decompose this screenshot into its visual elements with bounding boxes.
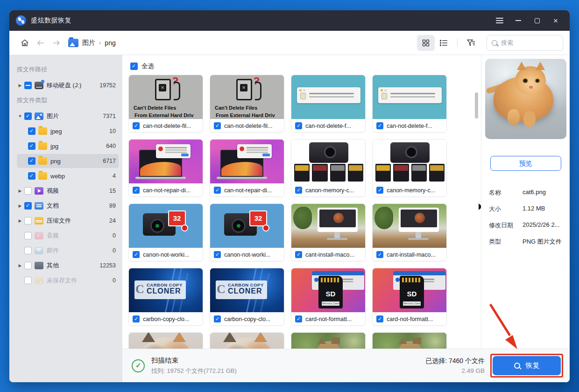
menu-button[interactable] — [490, 13, 509, 28]
minimize-button[interactable] — [509, 13, 528, 28]
file-checkbox[interactable] — [214, 187, 221, 194]
sidebar-item-archives[interactable]: ▶ 压缩文件 24 — [17, 214, 119, 228]
file-card[interactable]: can-not-repair-di... — [210, 139, 284, 197]
file-checkbox[interactable] — [133, 187, 140, 194]
file-card[interactable]: cant-install-maco... — [372, 203, 447, 261]
expand-icon[interactable]: ▶ — [17, 189, 23, 193]
file-checkbox[interactable] — [133, 122, 140, 129]
checkbox-videos[interactable] — [24, 187, 32, 195]
file-thumbnail — [373, 333, 446, 349]
sidebar-item-unsaved[interactable]: ▶ 未保存文件 0 — [17, 273, 119, 287]
item-count: 10 — [109, 128, 116, 134]
file-checkbox[interactable] — [133, 315, 140, 322]
item-count: 19752 — [99, 82, 116, 89]
back-arrow-icon — [36, 40, 45, 46]
sidebar-item-images[interactable]: ▼ 图片 7371 — [17, 109, 119, 123]
checkbox-jpg[interactable] — [28, 142, 35, 150]
expand-icon[interactable]: ▶ — [17, 218, 23, 223]
file-card[interactable]: canon-memory-c... — [291, 139, 366, 197]
checkbox-png[interactable] — [28, 157, 35, 165]
back-button[interactable] — [34, 36, 48, 50]
app-window: 盛炫数据恢复 × 图片 › png — [9, 10, 570, 382]
home-button[interactable] — [18, 36, 32, 50]
file-checkbox[interactable] — [376, 187, 383, 194]
sidebar-item-jpeg[interactable]: jpeg 10 — [17, 124, 119, 138]
file-card[interactable]: cant-install-maco... — [291, 203, 366, 261]
file-card[interactable]: SDMemory Card card-not-formatt... — [291, 268, 366, 326]
file-card[interactable]: ?Can't Delete FilesFrom External Hard Dr… — [128, 75, 203, 133]
filter-icon — [467, 39, 475, 47]
sidebar-item-jpg[interactable]: jpg 640 — [17, 139, 119, 153]
file-card[interactable] — [128, 332, 203, 349]
checkbox-unsaved[interactable] — [24, 277, 32, 284]
panel-collapse-arrow-icon[interactable] — [479, 203, 481, 210]
file-checkbox[interactable] — [295, 315, 302, 322]
file-card[interactable]: can-not-delete-f... — [372, 75, 447, 133]
checkbox-archives[interactable] — [24, 217, 32, 224]
collapse-icon[interactable]: ▼ — [17, 114, 23, 119]
filter-button[interactable] — [462, 35, 480, 51]
file-checkbox[interactable] — [133, 251, 140, 258]
grid-view-button[interactable] — [417, 35, 435, 51]
forward-button[interactable] — [49, 36, 64, 50]
checkbox-audio[interactable] — [24, 232, 32, 239]
file-checkbox[interactable] — [376, 122, 383, 129]
file-card[interactable]: 32 canon-not-worki... — [128, 203, 203, 261]
sidebar-item-removable-disk[interactable]: ▶ 移动硬盘 (J:) 19752 — [17, 78, 119, 92]
sidebar-item-png[interactable]: png 6717 — [17, 154, 119, 168]
file-card[interactable]: can-not-delete-f... — [291, 75, 366, 133]
file-card[interactable]: ?Can't Delete FilesFrom External Hard Dr… — [210, 75, 284, 133]
file-checkbox[interactable] — [376, 251, 383, 258]
file-thumbnail: ?Can't Delete FilesFrom External Hard Dr… — [210, 75, 284, 119]
expand-icon[interactable]: ▶ — [17, 263, 23, 268]
sidebar: 按文件路径 ▶ 移动硬盘 (J:) 19752 按文件类型 ▼ 图片 7371 … — [9, 55, 122, 382]
sidebar-item-documents[interactable]: ▶ 文档 89 — [17, 199, 119, 213]
checkbox-webp[interactable] — [28, 172, 35, 180]
scan-status-detail: 找到: 19752 个文件(772.21 GB) — [151, 367, 237, 375]
sidebar-item-others[interactable]: ▶ 其他 12253 — [17, 259, 119, 273]
item-count: 15 — [109, 188, 116, 194]
checkbox-jpeg[interactable] — [28, 127, 35, 135]
file-card[interactable] — [372, 332, 447, 349]
file-checkbox[interactable] — [295, 251, 302, 258]
checkbox-documents[interactable] — [24, 202, 32, 210]
file-thumbnail — [291, 140, 365, 183]
list-view-button[interactable] — [435, 35, 452, 51]
sidebar-item-audio[interactable]: ▶ 音频 0 — [17, 229, 119, 243]
file-checkbox[interactable] — [214, 122, 221, 129]
close-button[interactable]: × — [546, 13, 565, 28]
file-checkbox[interactable] — [295, 122, 302, 129]
preview-button[interactable]: 预览 — [490, 156, 561, 171]
maximize-button[interactable] — [528, 13, 546, 28]
file-card[interactable] — [210, 332, 284, 349]
search-input[interactable]: 搜索 — [487, 35, 563, 51]
file-thumbnail — [291, 333, 365, 349]
file-card[interactable]: canon-memory-c... — [372, 139, 447, 197]
recover-button[interactable]: 恢复 — [493, 356, 561, 375]
expand-icon[interactable]: ▶ — [17, 203, 23, 208]
expand-icon[interactable]: ▶ — [17, 83, 23, 88]
scrollbar-thumb[interactable] — [475, 92, 478, 119]
sidebar-item-mail[interactable]: ▶ 邮件 0 — [17, 244, 119, 258]
checkbox-removable-disk[interactable] — [24, 82, 32, 89]
preview-image[interactable] — [485, 59, 566, 139]
file-checkbox[interactable] — [214, 251, 221, 258]
select-all-checkbox[interactable] — [130, 63, 138, 70]
file-checkbox[interactable] — [214, 315, 221, 322]
file-card[interactable]: can-not-repair-di... — [128, 139, 203, 197]
file-card[interactable] — [291, 332, 366, 349]
file-checkbox[interactable] — [376, 315, 383, 322]
sidebar-item-webp[interactable]: webp 4 — [17, 169, 119, 183]
file-card[interactable]: CCARBON COPYCLONER carbon-copy-clo... — [210, 268, 284, 326]
breadcrumb-current[interactable]: png — [105, 39, 115, 47]
checkbox-images[interactable] — [24, 112, 32, 120]
file-card[interactable]: 32 canon-not-worki... — [210, 203, 284, 261]
file-checkbox[interactable] — [295, 187, 302, 194]
list-view-icon — [440, 40, 448, 46]
sidebar-item-videos[interactable]: ▶ 视频 15 — [17, 184, 119, 198]
file-card[interactable]: CCARBON COPYCLONER carbon-copy-clo... — [128, 268, 203, 326]
breadcrumb-parent[interactable]: 图片 — [82, 39, 95, 47]
file-card[interactable]: SDMemory Card card-not-formatt... — [372, 268, 447, 326]
checkbox-mail[interactable] — [24, 247, 32, 254]
checkbox-others[interactable] — [24, 262, 32, 269]
